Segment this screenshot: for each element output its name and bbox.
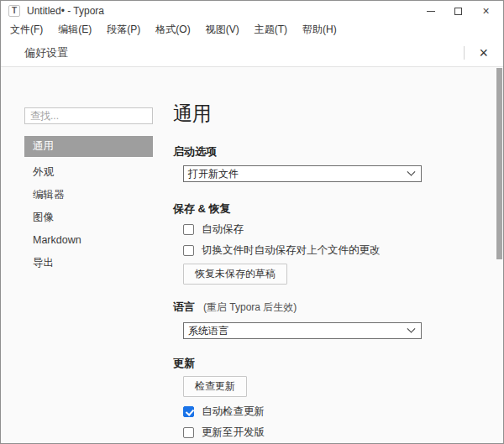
menu-view[interactable]: 视图(V) xyxy=(198,20,247,39)
typora-app-icon: T xyxy=(8,5,20,17)
search-input[interactable] xyxy=(24,107,153,124)
maximize-icon xyxy=(454,8,462,15)
auto-check-update-checkbox-row[interactable]: 自动检查更新 xyxy=(183,405,425,418)
auto-save-checkbox-row[interactable]: 自动保存 xyxy=(183,223,425,236)
chevron-down-icon xyxy=(407,167,416,175)
sidebar-item-markdown[interactable]: Markdown xyxy=(24,230,153,251)
auto-check-update-checkbox[interactable] xyxy=(183,406,194,417)
dev-channel-checkbox[interactable] xyxy=(183,427,194,438)
sidebar-item-export[interactable]: 导出 xyxy=(24,253,153,274)
sidebar-item-editor[interactable]: 编辑器 xyxy=(24,185,153,206)
window-title: Untitled• - Typora xyxy=(27,5,104,17)
scrollbar-thumb[interactable] xyxy=(496,68,502,259)
check-update-button[interactable]: 检查更新 xyxy=(183,376,247,397)
save-on-switch-checkbox-row[interactable]: 切换文件时自动保存对上个文件的更改 xyxy=(183,244,425,257)
preferences-header-right: × xyxy=(464,39,503,67)
dev-channel-checkbox-row[interactable]: 更新至开发版 xyxy=(183,426,425,439)
menu-paragraph[interactable]: 段落(P) xyxy=(99,20,148,39)
save-on-switch-checkbox[interactable] xyxy=(183,245,194,256)
sidebar-item-appearance[interactable]: 外观 xyxy=(24,162,153,183)
sidebar-item-image[interactable]: 图像 xyxy=(24,207,153,228)
scrollbar-track[interactable] xyxy=(495,67,503,443)
language-section-label: 语言 xyxy=(173,300,195,313)
page-title: 通用 xyxy=(173,101,425,126)
auto-save-checkbox[interactable] xyxy=(183,224,194,235)
save-restore-section-label: 保存 & 恢复 xyxy=(173,202,425,215)
title-bar: T Untitled• - Typora × xyxy=(1,1,503,21)
chevron-down-icon xyxy=(407,324,416,332)
dev-channel-label: 更新至开发版 xyxy=(202,426,265,440)
language-select-value: 系统语言 xyxy=(188,324,228,338)
main-panel: 通用 启动选项 打开新文件 保存 & 恢复 自动保存 切换文件时自动保存对上个文… xyxy=(173,67,425,444)
preferences-close-icon[interactable]: × xyxy=(465,45,503,60)
typora-window: T Untitled• - Typora × 文件(F) 编辑(E) 段落(P)… xyxy=(0,0,504,444)
auto-check-update-label: 自动检查更新 xyxy=(202,405,265,419)
menu-format[interactable]: 格式(O) xyxy=(148,20,197,39)
menu-help[interactable]: 帮助(H) xyxy=(295,20,344,39)
menu-edit[interactable]: 编辑(E) xyxy=(50,20,99,39)
minimize-button[interactable] xyxy=(417,1,444,21)
sidebar-nav: 通用 外观 编辑器 图像 Markdown 导出 xyxy=(24,136,153,274)
close-icon: × xyxy=(482,5,489,17)
menu-file[interactable]: 文件(F) xyxy=(3,20,50,39)
close-button[interactable]: × xyxy=(472,1,500,21)
startup-select[interactable]: 打开新文件 xyxy=(183,165,422,182)
language-restart-note: (重启 Typora 后生效) xyxy=(203,300,297,315)
preferences-header: 偏好设置 × xyxy=(1,39,503,67)
update-section-label: 更新 xyxy=(173,357,425,369)
language-select[interactable]: 系统语言 xyxy=(183,322,422,339)
minimize-icon xyxy=(427,11,435,12)
startup-select-value: 打开新文件 xyxy=(188,167,239,181)
sidebar: 通用 外观 编辑器 图像 Markdown 导出 xyxy=(24,107,153,275)
language-section-header: 语言 (重启 Typora 后生效) xyxy=(173,300,425,315)
restore-drafts-button[interactable]: 恢复未保存的草稿 xyxy=(183,264,287,285)
menu-bar: 文件(F) 编辑(E) 段落(P) 格式(O) 视图(V) 主题(T) 帮助(H… xyxy=(1,21,503,39)
menu-theme[interactable]: 主题(T) xyxy=(247,20,295,39)
preferences-content: 通用 外观 编辑器 图像 Markdown 导出 通用 启动选项 打开新文件 保… xyxy=(1,67,503,443)
window-controls: × xyxy=(417,1,500,21)
maximize-button[interactable] xyxy=(444,1,472,21)
sidebar-item-general[interactable]: 通用 xyxy=(24,136,153,157)
startup-section-label: 启动选项 xyxy=(173,145,425,158)
preferences-title: 偏好设置 xyxy=(24,45,68,60)
auto-save-label: 自动保存 xyxy=(202,222,244,237)
save-on-switch-label: 切换文件时自动保存对上个文件的更改 xyxy=(202,243,381,258)
